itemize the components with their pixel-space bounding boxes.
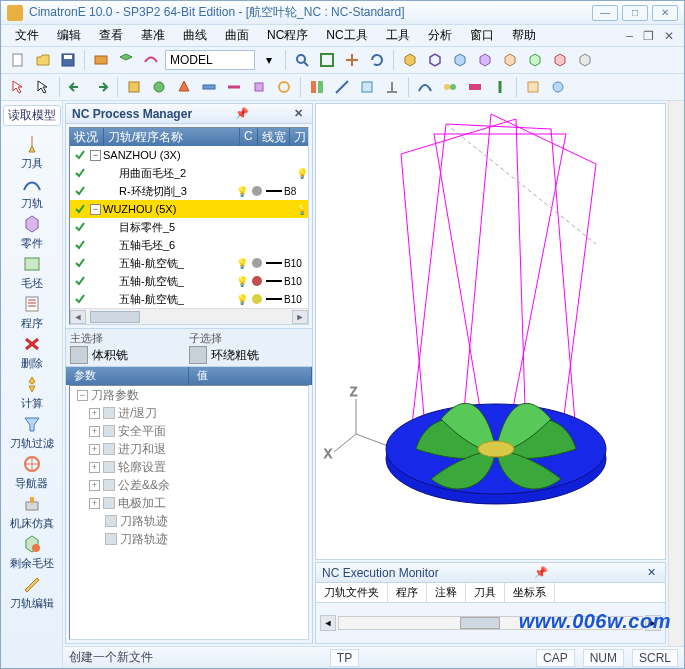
menu-ncprog[interactable]: NC程序 [259,25,316,46]
tree-row[interactable]: 五轴-航空铣_💡B10 [70,290,308,308]
box1-icon[interactable] [399,49,421,71]
tool1-icon[interactable] [123,76,145,98]
box3-icon[interactable] [449,49,471,71]
box8-icon[interactable] [574,49,596,71]
params-list[interactable]: −刀路参数+进/退刀+安全平面+进刀和退+轮廓设置+公差&&余+电极加工刀路轨迹… [69,385,309,640]
tool13-icon[interactable] [439,76,461,98]
box6-icon[interactable] [524,49,546,71]
param-row[interactable]: +进/退刀 [70,404,308,422]
sel-main-value[interactable]: 体积铣 [70,346,189,364]
param-row[interactable]: +轮廓设置 [70,458,308,476]
tool9-icon[interactable] [331,76,353,98]
layer-icon[interactable] [115,49,137,71]
exec-tab-folder[interactable]: 刀轨文件夹 [316,583,388,602]
vertical-scrollbar[interactable] [668,101,684,646]
open-button[interactable] [32,49,54,71]
param-row[interactable]: +安全平面 [70,422,308,440]
param-row[interactable]: +公差&&余 [70,476,308,494]
menu-nctool[interactable]: NC工具 [318,25,375,46]
exec-tab-note[interactable]: 注释 [427,583,466,602]
doc-close-icon[interactable]: ✕ [660,29,678,43]
tree-row[interactable]: −WUZHOU (5X)💡 [70,200,308,218]
menu-tools[interactable]: 工具 [378,25,418,46]
exec-close-icon[interactable]: ✕ [644,566,659,579]
sidebar-editpath[interactable]: 刀轨编辑 [4,572,60,610]
surface-icon[interactable] [140,49,162,71]
zoom-fit-icon[interactable] [316,49,338,71]
sidebar-tool[interactable]: 刀具 [4,132,60,170]
mode-combo[interactable]: MODEL [165,50,255,70]
menu-view[interactable]: 查看 [91,25,131,46]
tree-row[interactable]: 目标零件_5 [70,218,308,236]
exec-pin-icon[interactable]: 📌 [531,566,551,579]
tool2-icon[interactable] [148,76,170,98]
tool4-icon[interactable] [198,76,220,98]
tree-row[interactable]: R-环绕切削_3💡B8 [70,182,308,200]
tree-row[interactable]: −SANZHOU (3X) [70,146,308,164]
dropdown-icon[interactable]: ▾ [258,49,280,71]
sidebar-sim[interactable]: 机床仿真 [4,492,60,530]
tree-row[interactable]: 五轴-航空铣_💡B10 [70,272,308,290]
sidebar-delete[interactable]: 删除 [4,332,60,370]
rotate-icon[interactable] [366,49,388,71]
sel-sub-value[interactable]: 环绕粗铣 [189,346,308,364]
menu-analysis[interactable]: 分析 [420,25,460,46]
tool15-icon[interactable] [489,76,511,98]
new-button[interactable] [7,49,29,71]
panel-close-icon[interactable]: ✕ [291,107,306,120]
undo-icon[interactable] [65,76,87,98]
param-row[interactable]: 刀路轨迹 [70,512,308,530]
sidebar-toolpath[interactable]: 刀轨 [4,172,60,210]
pan-icon[interactable] [341,49,363,71]
sidebar-calc[interactable]: 计算 [4,372,60,410]
model-toggle-icon[interactable] [90,49,112,71]
menu-window[interactable]: 窗口 [462,25,502,46]
box7-icon[interactable] [549,49,571,71]
tool8-icon[interactable] [306,76,328,98]
tool10-icon[interactable] [356,76,378,98]
sidebar-nav[interactable]: 导航器 [4,452,60,490]
arrow-red-icon[interactable] [7,76,29,98]
tool14-icon[interactable] [464,76,486,98]
menu-file[interactable]: 文件 [7,25,47,46]
exec-tab-prog[interactable]: 程序 [388,583,427,602]
box5-icon[interactable] [499,49,521,71]
exec-tab-ucs[interactable]: 坐标系 [505,583,555,602]
maximize-button[interactable]: □ [622,5,648,21]
sidebar-reststock[interactable]: 剩余毛坯 [4,532,60,570]
tool17-icon[interactable] [547,76,569,98]
tree-row[interactable]: 用曲面毛坯_2💡 [70,164,308,182]
tree-row[interactable]: 五轴-航空铣_💡B10 [70,254,308,272]
param-row[interactable]: +进刀和退 [70,440,308,458]
save-button[interactable] [57,49,79,71]
tool5-icon[interactable] [223,76,245,98]
box4-icon[interactable] [474,49,496,71]
sidebar-tab[interactable]: 读取模型 [3,105,61,126]
doc-restore-icon[interactable]: ❐ [639,29,658,43]
doc-minimize-icon[interactable]: – [622,29,637,43]
tool3-icon[interactable] [173,76,195,98]
exec-tab-tool[interactable]: 刀具 [466,583,505,602]
pin-icon[interactable]: 📌 [232,107,252,120]
sidebar-filter[interactable]: 刀轨过滤 [4,412,60,450]
redo-icon[interactable] [90,76,112,98]
minimize-button[interactable]: — [592,5,618,21]
close-button[interactable]: ✕ [652,5,678,21]
zoom-window-icon[interactable] [291,49,313,71]
box2-icon[interactable] [424,49,446,71]
sidebar-part[interactable]: 零件 [4,212,60,250]
tool6-icon[interactable] [248,76,270,98]
menu-surface[interactable]: 曲面 [217,25,257,46]
tool12-icon[interactable] [414,76,436,98]
sidebar-program[interactable]: 程序 [4,292,60,330]
menu-edit[interactable]: 编辑 [49,25,89,46]
viewport-3d[interactable]: Z Y X [315,103,666,560]
tool7-icon[interactable] [273,76,295,98]
menu-help[interactable]: 帮助 [504,25,544,46]
tool16-icon[interactable] [522,76,544,98]
tree-hscroll[interactable]: ◄► [70,308,308,324]
param-row[interactable]: +电极加工 [70,494,308,512]
tool11-icon[interactable] [381,76,403,98]
menu-curve[interactable]: 曲线 [175,25,215,46]
process-tree[interactable]: 状况 刀轨/程序名称 C 线宽 刀 −SANZHOU (3X)用曲面毛坯_2💡R… [69,127,309,325]
